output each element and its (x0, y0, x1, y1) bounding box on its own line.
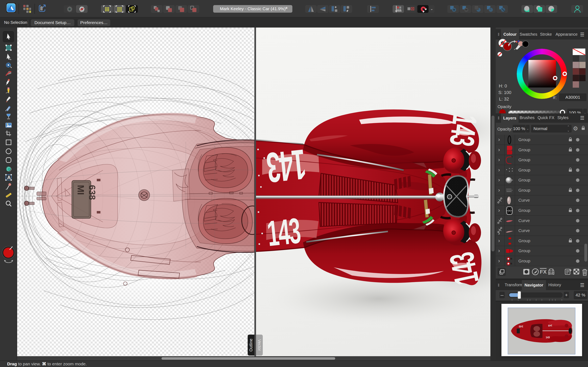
svg-text:143: 143 (548, 324, 552, 327)
svg-text:MI: MI (76, 185, 86, 195)
svg-text:A: A (7, 175, 11, 180)
svg-text:143: 143 (265, 141, 308, 192)
svg-text:143: 143 (443, 112, 484, 148)
svg-text:143: 143 (546, 336, 550, 339)
svg-text:638: 638 (87, 185, 97, 200)
svg-text:143: 143 (519, 325, 523, 328)
svg-text:143: 143 (265, 210, 302, 253)
